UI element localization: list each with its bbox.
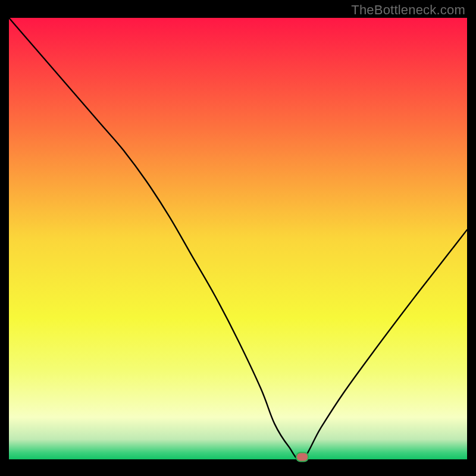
watermark-text: TheBottleneck.com	[351, 2, 465, 18]
chart-stage: TheBottleneck.com	[0, 0, 476, 476]
bottleneck-chart	[0, 0, 476, 476]
optimal-marker	[297, 453, 308, 461]
gradient-background	[9, 18, 467, 459]
